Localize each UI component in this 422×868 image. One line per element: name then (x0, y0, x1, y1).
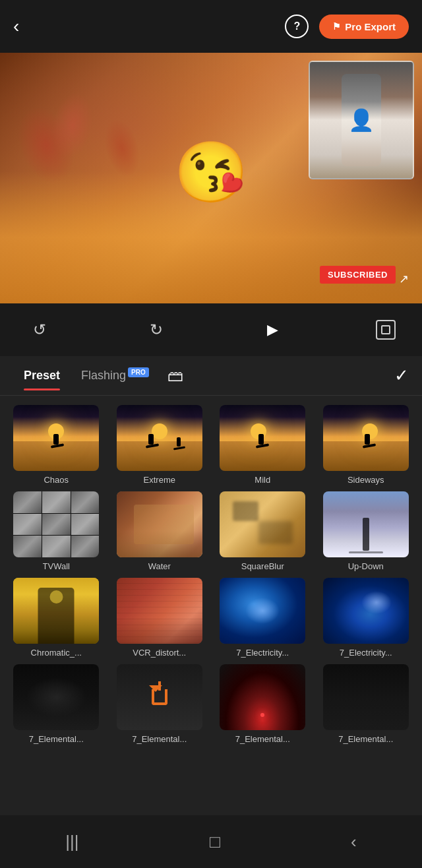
preset-label-tvwall: TVWall (43, 561, 70, 571)
list-item[interactable]: 7_Electricity... (212, 575, 314, 660)
list-item[interactable]: Mild (212, 402, 314, 487)
preset-label-elemental3: 7_Elemental... (235, 734, 290, 744)
preset-thumb-vcr (117, 578, 202, 644)
presets-grid: Chaos Extreme (0, 396, 422, 753)
thumbnail-overlay: 👤 (309, 61, 414, 179)
play-button[interactable]: ▶ (259, 317, 286, 343)
list-item[interactable]: 7_Elemental... (212, 662, 314, 747)
preset-label-electricity2: 7_Electricity... (340, 648, 392, 658)
undo-button[interactable]: ↺ (26, 317, 53, 343)
back-nav-button[interactable]: ‹ (351, 832, 357, 852)
list-item[interactable]: Sideways (315, 402, 417, 487)
preset-thumb-mild (220, 405, 305, 471)
pro-badge: PRO (128, 367, 149, 377)
preset-thumb-elemental1 (13, 664, 99, 730)
preset-label-elemental4: 7_Elemental... (338, 734, 393, 744)
shop-icon[interactable]: 🗃 (167, 367, 183, 385)
preset-label-elemental2: 7_Elemental... (132, 734, 187, 744)
list-item[interactable]: Water (109, 489, 211, 574)
list-item[interactable]: Chaos (5, 402, 107, 487)
top-bar: ‹ ? Pro Export (0, 0, 422, 53)
redo-button[interactable]: ↻ (143, 317, 169, 343)
preset-thumb-water (117, 491, 202, 557)
preset-thumb-elemental3 (220, 664, 305, 730)
preset-thumb-squareblur (220, 491, 305, 557)
subscribed-badge: SUBSCRIBED (320, 266, 396, 284)
preview-area: 😘 👤 SUBSCRIBED ↗ (0, 53, 422, 303)
preset-thumb-tvwall (13, 491, 99, 557)
list-item[interactable]: TVWall (5, 489, 107, 574)
preset-label-water: Water (148, 561, 171, 571)
preset-thumb-electricity2 (323, 578, 409, 644)
preset-thumb-elemental4 (323, 664, 409, 730)
list-item[interactable]: Chromatic_... (5, 575, 107, 660)
list-item[interactable]: 7_Elemental... (315, 662, 417, 747)
bottom-panel: Preset FlashingPRO 🗃 ✓ Chaos (0, 356, 422, 815)
fullscreen-inner-icon (381, 325, 390, 334)
list-item[interactable]: VCR_distort... (109, 575, 211, 660)
back-button[interactable]: ‹ (13, 16, 19, 37)
check-button[interactable]: ✓ (394, 365, 409, 386)
bottom-navigation: ||| □ ‹ (0, 815, 422, 868)
preset-thumb-sideways (323, 405, 409, 471)
preset-label-squareblur: SquareBlur (241, 561, 284, 571)
pro-export-button[interactable]: Pro Export (319, 15, 409, 39)
preset-label-elemental1: 7_Elemental... (29, 734, 84, 744)
tab-bar: Preset FlashingPRO 🗃 ✓ (0, 356, 422, 396)
tab-preset[interactable]: Preset (13, 363, 71, 388)
preset-label-electricity1: 7_Electricity... (236, 648, 289, 658)
playback-controls: ↺ ↻ ▶ (0, 303, 422, 356)
preset-label-chromatic: Chromatic_... (31, 648, 82, 658)
cursor-icon: ↗ (399, 272, 409, 286)
list-item[interactable]: Extreme (109, 402, 211, 487)
list-item[interactable]: SquareBlur (212, 489, 314, 574)
preset-thumb-updown (323, 491, 409, 557)
preset-label-mild: Mild (255, 475, 270, 485)
preset-thumb-chromatic (13, 578, 99, 644)
help-button[interactable]: ? (285, 15, 309, 38)
home-button[interactable]: □ (210, 832, 220, 852)
tab-flashing[interactable]: FlashingPRO (71, 363, 160, 388)
fullscreen-button[interactable] (376, 320, 396, 340)
list-item[interactable]: Up-Down (315, 489, 417, 574)
preset-label-vcr: VCR_distort... (133, 648, 186, 658)
emoji-overlay: 😘 (174, 142, 248, 202)
preset-label-sideways: Sideways (347, 475, 384, 485)
preset-thumb-electricity1 (220, 578, 305, 644)
preset-label-updown: Up-Down (348, 561, 384, 571)
main-preview: 😘 👤 SUBSCRIBED ↗ (0, 53, 422, 303)
list-item[interactable]: 7_Elemental... (109, 662, 211, 747)
list-item[interactable]: 7_Elemental... (5, 662, 107, 747)
list-item[interactable]: 7_Electricity... (315, 575, 417, 660)
preset-thumb-extreme (117, 405, 202, 471)
preset-thumb-chaos (13, 405, 99, 471)
preset-thumb-elemental2 (117, 664, 202, 730)
menu-button[interactable]: ||| (65, 832, 78, 852)
top-right-controls: ? Pro Export (285, 15, 409, 39)
preset-label-extreme: Extreme (144, 475, 175, 485)
thumbnail-person: 👤 (310, 62, 413, 178)
preset-label-chaos: Chaos (44, 475, 69, 485)
